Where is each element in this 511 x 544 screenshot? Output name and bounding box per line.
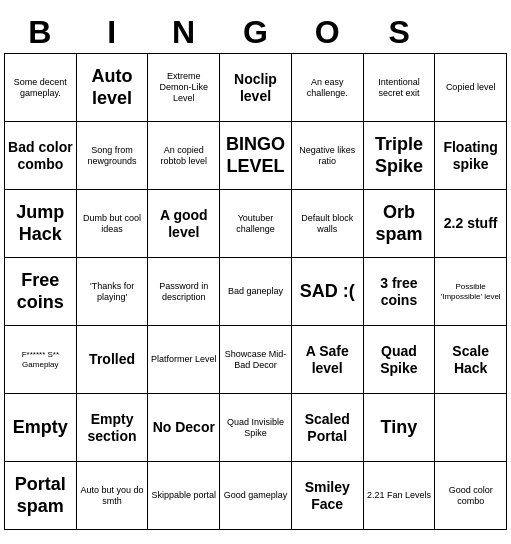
- cell-r6-c1[interactable]: Auto but you do smth: [77, 462, 149, 530]
- cell-r1-c6[interactable]: Floating spike: [435, 122, 507, 190]
- cell-r2-c5[interactable]: Orb spam: [364, 190, 436, 258]
- cell-r6-c6[interactable]: Good color combo: [435, 462, 507, 530]
- cell-r1-c2[interactable]: An copied robtob level: [148, 122, 220, 190]
- cell-r1-c1[interactable]: Song from newgrounds: [77, 122, 149, 190]
- cell-r0-c1[interactable]: Auto level: [77, 54, 149, 122]
- cell-r4-c0[interactable]: F****** S** Gameplay: [5, 326, 77, 394]
- cell-r5-c1[interactable]: Empty section: [77, 394, 149, 462]
- cell-r4-c5[interactable]: Quad Spike: [364, 326, 436, 394]
- cell-r4-c2[interactable]: Platformer Level: [148, 326, 220, 394]
- cell-r1-c5[interactable]: Triple Spike: [364, 122, 436, 190]
- cell-r3-c2[interactable]: Password in description: [148, 258, 220, 326]
- cell-r4-c4[interactable]: A Safe level: [292, 326, 364, 394]
- cell-r3-c0[interactable]: Free coins: [5, 258, 77, 326]
- cell-r0-c5[interactable]: Intentional secret exit: [364, 54, 436, 122]
- cell-r2-c0[interactable]: Jump Hack: [5, 190, 77, 258]
- cell-r1-c0[interactable]: Bad color combo: [5, 122, 77, 190]
- bingo-grid: Some decent gameplay.Auto levelExtreme D…: [4, 53, 507, 530]
- cell-r5-c3[interactable]: Quad Invisible Spike: [220, 394, 292, 462]
- cell-r1-c3[interactable]: BINGO LEVEL: [220, 122, 292, 190]
- cell-r0-c0[interactable]: Some decent gameplay.: [5, 54, 77, 122]
- cell-r3-c1[interactable]: 'Thanks for playing': [77, 258, 149, 326]
- header-letter-b: B: [5, 14, 75, 51]
- cell-r4-c6[interactable]: Scale Hack: [435, 326, 507, 394]
- cell-r5-c0[interactable]: Empty: [5, 394, 77, 462]
- cell-r0-c2[interactable]: Extreme Demon-Like Level: [148, 54, 220, 122]
- cell-r0-c3[interactable]: Noclip level: [220, 54, 292, 122]
- cell-r3-c5[interactable]: 3 free coins: [364, 258, 436, 326]
- cell-r2-c3[interactable]: Youtuber challenge: [220, 190, 292, 258]
- bingo-header: B I N G O S: [4, 14, 507, 51]
- header-letter-o: O: [292, 14, 362, 51]
- cell-r3-c4[interactable]: SAD :(: [292, 258, 364, 326]
- cell-r6-c5[interactable]: 2.21 Fan Levels: [364, 462, 436, 530]
- cell-r5-c6[interactable]: [435, 394, 507, 462]
- cell-r6-c3[interactable]: Good gameplay: [220, 462, 292, 530]
- cell-r2-c6[interactable]: 2.2 stuff: [435, 190, 507, 258]
- cell-r5-c4[interactable]: Scaled Portal: [292, 394, 364, 462]
- cell-r5-c2[interactable]: No Decor: [148, 394, 220, 462]
- cell-r4-c1[interactable]: Trolled: [77, 326, 149, 394]
- cell-r6-c4[interactable]: Smiley Face: [292, 462, 364, 530]
- cell-r2-c1[interactable]: Dumb but cool ideas: [77, 190, 149, 258]
- cell-r5-c5[interactable]: Tiny: [364, 394, 436, 462]
- cell-r6-c0[interactable]: Portal spam: [5, 462, 77, 530]
- cell-r2-c2[interactable]: A good level: [148, 190, 220, 258]
- header-letter-s: S: [364, 14, 434, 51]
- header-letter-g: G: [220, 14, 290, 51]
- cell-r3-c3[interactable]: Bad ganeplay: [220, 258, 292, 326]
- cell-r4-c3[interactable]: Showcase Mid-Bad Decor: [220, 326, 292, 394]
- cell-r6-c2[interactable]: Skippable portal: [148, 462, 220, 530]
- bingo-card: B I N G O S Some decent gameplay.Auto le…: [0, 10, 511, 534]
- cell-r0-c6[interactable]: Copied level: [435, 54, 507, 122]
- cell-r0-c4[interactable]: An easy challenge.: [292, 54, 364, 122]
- header-letter-n: N: [149, 14, 219, 51]
- cell-r1-c4[interactable]: Negative likes ratio: [292, 122, 364, 190]
- header-letter-i: I: [77, 14, 147, 51]
- cell-r3-c6[interactable]: Possible 'Impossible' level: [435, 258, 507, 326]
- cell-r2-c4[interactable]: Default block walls: [292, 190, 364, 258]
